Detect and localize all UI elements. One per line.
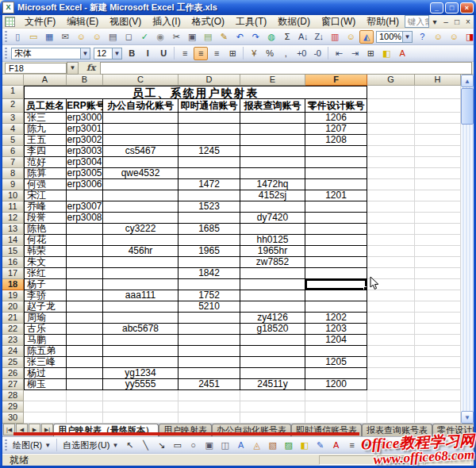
copy-icon[interactable]: ▣ xyxy=(185,30,199,44)
cell-E3[interactable] xyxy=(240,113,305,124)
chevron-down-icon[interactable]: ▼ xyxy=(402,32,412,42)
cell-D16[interactable] xyxy=(178,257,240,268)
picture-icon[interactable]: ▨ xyxy=(281,439,295,452)
font-name-combobox[interactable]: 宋体▼ xyxy=(11,48,90,59)
cell-B3[interactable]: erp3000 xyxy=(67,113,103,124)
scrollbar-thumb[interactable] xyxy=(461,88,474,125)
cell-G16[interactable] xyxy=(367,257,415,268)
cell-F23[interactable]: 1204 xyxy=(305,335,367,346)
cell-G21[interactable] xyxy=(367,313,415,324)
cell-H2[interactable] xyxy=(415,99,461,113)
cell-G4[interactable] xyxy=(367,124,415,135)
vertical-textbox-icon[interactable]: ◫ xyxy=(217,439,232,452)
cell-G30[interactable] xyxy=(367,412,415,424)
smiley-icon[interactable]: ☺ xyxy=(74,30,88,44)
row-header-13[interactable]: 13 xyxy=(2,224,24,235)
cell-C28[interactable] xyxy=(103,390,178,401)
cell-F21[interactable]: 1202 xyxy=(305,313,367,324)
row-header-4[interactable]: 4 xyxy=(2,124,24,135)
align-center-icon[interactable]: ≡ xyxy=(194,47,208,60)
arrow-icon[interactable]: ↘ xyxy=(154,439,168,452)
cell-D13[interactable]: 1685 xyxy=(178,224,240,235)
cell-H17[interactable] xyxy=(415,268,461,279)
row-header-5[interactable]: 5 xyxy=(2,135,24,146)
cell-B10[interactable] xyxy=(67,190,103,201)
row-header-28[interactable]: 28 xyxy=(2,390,24,401)
cell-A24[interactable]: 陈五弟 xyxy=(24,346,67,357)
cell-G26[interactable] xyxy=(367,368,415,379)
cell-F29[interactable] xyxy=(305,401,367,412)
cell-C26[interactable]: yg1234 xyxy=(103,368,178,379)
help-icon[interactable]: ? xyxy=(415,30,429,44)
font-size-combobox[interactable]: 12▼ xyxy=(94,48,122,59)
cell-C18[interactable] xyxy=(103,279,178,290)
row-header-24[interactable]: 24 xyxy=(2,346,24,357)
menu-item[interactable]: 插入(I) xyxy=(147,14,186,29)
cell-B11[interactable]: erp3007 xyxy=(67,201,103,213)
cell-G14[interactable] xyxy=(367,235,415,246)
cell-A18[interactable]: 杨子 xyxy=(24,279,67,290)
line-icon[interactable]: ╲ xyxy=(138,439,152,452)
cell-F5[interactable]: 1208 xyxy=(305,135,367,146)
cell-D3[interactable] xyxy=(178,113,240,124)
row-header-15[interactable]: 15 xyxy=(2,246,24,257)
cell-F26[interactable] xyxy=(305,368,367,379)
line-color-icon[interactable]: ✎ xyxy=(313,439,327,452)
row-header-27[interactable]: 27 xyxy=(2,379,24,390)
cell-A30[interactable] xyxy=(24,412,67,424)
row-header-6[interactable]: 6 xyxy=(2,146,24,157)
font-color-icon[interactable]: A xyxy=(395,47,409,60)
cell-C22[interactable]: abc5678 xyxy=(103,324,178,335)
cell-E30[interactable] xyxy=(240,412,305,424)
maximize-button[interactable]: □ xyxy=(445,2,459,13)
cell-B6[interactable]: erp3003 xyxy=(67,146,103,157)
cell-F10[interactable]: 1201 xyxy=(305,190,367,201)
row-header-26[interactable]: 26 xyxy=(2,368,24,379)
cell-F24[interactable] xyxy=(305,346,367,357)
cell-B18[interactable] xyxy=(67,279,103,290)
cell-F18[interactable] xyxy=(305,279,367,290)
cell-C9[interactable] xyxy=(103,179,178,190)
column-header-C[interactable]: C xyxy=(103,75,178,86)
cell-E26[interactable] xyxy=(240,368,305,379)
cell-D18[interactable] xyxy=(178,279,240,290)
cell-G7[interactable] xyxy=(367,157,415,168)
cell-H15[interactable] xyxy=(415,246,461,257)
cell-C27[interactable]: yy5555 xyxy=(103,379,178,390)
chevron-down-icon[interactable]: ▼ xyxy=(80,48,90,59)
cell-H10[interactable] xyxy=(415,190,461,201)
toolbar-grip[interactable] xyxy=(5,48,7,59)
cell-F30[interactable] xyxy=(305,412,367,424)
cell-F7[interactable] xyxy=(305,157,367,168)
cell-G3[interactable] xyxy=(367,113,415,124)
cell-D11[interactable]: 1523 xyxy=(178,201,240,213)
cell-E10[interactable]: 4152sj xyxy=(240,190,305,201)
cell-B13[interactable] xyxy=(67,224,103,235)
cell-E28[interactable] xyxy=(240,390,305,401)
cell-F14[interactable] xyxy=(305,235,367,246)
cell-A14[interactable]: 何花 xyxy=(24,235,67,246)
cell-B5[interactable]: erp3002 xyxy=(67,135,103,146)
cell-H8[interactable] xyxy=(415,168,461,179)
cell-H13[interactable] xyxy=(415,224,461,235)
cell-E13[interactable] xyxy=(240,224,305,235)
cell-G11[interactable] xyxy=(367,201,415,213)
bold-icon[interactable]: B xyxy=(125,47,139,60)
cell-A7[interactable]: 范好 xyxy=(24,157,67,168)
formula-input[interactable] xyxy=(100,62,472,75)
cell-C20[interactable] xyxy=(103,301,178,313)
cell-B7[interactable]: erp3004 xyxy=(67,157,103,168)
row-header-12[interactable]: 12 xyxy=(2,213,24,224)
cell-A25[interactable]: 张三峰 xyxy=(24,357,67,368)
cell-G6[interactable] xyxy=(367,146,415,157)
row-header-1[interactable]: 1 xyxy=(2,86,24,99)
header-cell-E2[interactable]: 报表查询账号 xyxy=(240,99,305,113)
cell-F9[interactable] xyxy=(305,179,367,190)
cell-E24[interactable] xyxy=(240,346,305,357)
cell-F16[interactable] xyxy=(305,257,367,268)
cell-C10[interactable] xyxy=(103,190,178,201)
cut-icon[interactable]: ✂ xyxy=(169,30,183,44)
cell-H25[interactable] xyxy=(415,357,461,368)
wordart-icon[interactable]: A xyxy=(233,439,248,452)
cell-H7[interactable] xyxy=(415,157,461,168)
